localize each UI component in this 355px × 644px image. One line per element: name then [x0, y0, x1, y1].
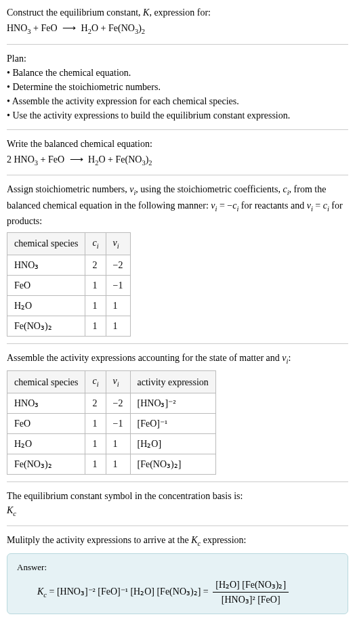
cell-species: HNO₃ [7, 255, 85, 275]
table-row: H₂O 1 1 [7, 295, 131, 316]
problem-statement: Construct the equilibrium constant, K, e… [7, 5, 348, 37]
eq-feno32: O + Fe(NO3)2 [91, 23, 145, 33]
col-species: chemical species [7, 233, 85, 255]
cell-c: 1 [85, 413, 106, 433]
table-row: HNO₃ 2 −2 [7, 255, 131, 275]
multiply-section: Mulitply the activity expressions to arr… [7, 533, 348, 614]
cell-nu: 1 [106, 454, 130, 474]
unbalanced-equation: HNO3 + FeO ⟶ H2O + Fe(NO3)2 [7, 21, 348, 37]
title-k: K [143, 7, 149, 18]
divider [7, 343, 348, 344]
cell-c: 2 [85, 255, 106, 275]
multiply-text: Mulitply the activity expressions to arr… [7, 533, 348, 549]
eq-feo: + FeO [31, 23, 58, 33]
cell-activity: [Fe(NO₃)₂] [130, 454, 215, 474]
cell-nu: 1 [106, 295, 130, 316]
title-text-2: , expression for: [149, 7, 211, 18]
cell-species: FeO [7, 275, 85, 295]
table-row: HNO₃ 2 −2 [HNO₃]⁻² [7, 393, 216, 413]
cell-nu: −2 [106, 393, 130, 413]
cell-nu: 1 [106, 316, 130, 336]
divider [7, 44, 348, 45]
plan-bullet-3: • Assemble the activity expression for e… [7, 94, 348, 108]
cell-nu: −1 [106, 275, 130, 295]
cell-species: FeO [7, 413, 85, 433]
col-activity: activity expression [130, 371, 215, 393]
answer-label: Answer: [17, 561, 338, 574]
table-header-row: chemical species ci νi [7, 233, 131, 255]
answer-expr: = [HNO₃]⁻² [FeO]⁻¹ [H₂O] [Fe(NO₃)₂] = [47, 586, 211, 597]
table-row: FeO 1 −1 [7, 275, 131, 295]
cell-c: 1 [85, 316, 106, 336]
cell-species: H₂O [7, 295, 85, 316]
activity-table: chemical species ci νi activity expressi… [7, 370, 216, 475]
plan-heading: Plan: [7, 51, 348, 66]
plan-section: Plan: • Balance the chemical equation. •… [7, 51, 348, 123]
cell-c: 2 [85, 393, 106, 413]
cell-nu: 1 [106, 433, 130, 454]
bal-feo: + FeO [38, 154, 64, 165]
cell-activity: [HNO₃]⁻² [130, 393, 215, 413]
cell-species: Fe(NO₃)₂ [7, 454, 85, 474]
divider [7, 175, 348, 175]
cell-species: HNO₃ [7, 393, 85, 413]
cell-c: 1 [85, 454, 106, 474]
kc-symbol: Kc [7, 503, 348, 519]
cell-nu: −2 [106, 255, 130, 275]
bal-hno3: 2 HNO3 [7, 154, 38, 165]
eq-hno3: HNO3 [7, 23, 31, 33]
col-nui: νi [106, 371, 130, 393]
plan-bullet-1: • Balance the chemical equation. [7, 66, 348, 80]
table-row: H₂O 1 1 [H₂O] [7, 433, 216, 454]
table-row: Fe(NO₃)₂ 1 1 [Fe(NO₃)₂] [7, 454, 216, 474]
assign-text: Assign stoichiometric numbers, νi, using… [7, 182, 348, 228]
answer-fraction: [H₂O] [Fe(NO₃)₂] [HNO₃]² [FeO] [213, 578, 289, 607]
divider [7, 525, 348, 526]
answer-box: Answer: Kc = [HNO₃]⁻² [FeO]⁻¹ [H₂O] [Fe(… [7, 553, 348, 615]
cell-species: Fe(NO₃)₂ [7, 316, 85, 336]
cell-c: 1 [85, 275, 106, 295]
cell-c: 1 [85, 433, 106, 454]
eq-h2o: H2 [81, 23, 91, 33]
table-row: FeO 1 −1 [FeO]⁻¹ [7, 413, 216, 433]
fraction-numerator: [H₂O] [Fe(NO₃)₂] [213, 578, 289, 593]
cell-activity: [FeO]⁻¹ [130, 413, 215, 433]
answer-equation: Kc = [HNO₃]⁻² [FeO]⁻¹ [H₂O] [Fe(NO₃)₂] =… [17, 578, 338, 607]
answer-kc: Kc [37, 586, 47, 597]
title-text-1: Construct the equilibrium constant, [7, 7, 143, 18]
assign-section: Assign stoichiometric numbers, νi, using… [7, 182, 348, 337]
col-ci: ci [85, 371, 106, 393]
stoichiometry-table: chemical species ci νi HNO₃ 2 −2 FeO 1 −… [7, 232, 131, 337]
col-ci: ci [85, 233, 106, 255]
balanced-section: Write the balanced chemical equation: 2 … [7, 137, 348, 169]
table-row: Fe(NO₃)₂ 1 1 [7, 316, 131, 336]
balanced-heading: Write the balanced chemical equation: [7, 137, 348, 151]
col-nui: νi [106, 233, 130, 255]
problem-title-line: Construct the equilibrium constant, K, e… [7, 5, 348, 20]
cell-c: 1 [85, 295, 106, 316]
kc-symbol-text: The equilibrium constant symbol in the c… [7, 489, 348, 503]
divider [7, 481, 348, 482]
cell-activity: [H₂O] [130, 433, 215, 454]
divider [7, 129, 348, 130]
fraction-denominator: [HNO₃]² [FeO] [213, 593, 289, 607]
assemble-section: Assemble the activity expressions accoun… [7, 351, 348, 475]
col-species: chemical species [7, 371, 85, 393]
kc-symbol-section: The equilibrium constant symbol in the c… [7, 489, 348, 519]
plan-bullet-2: • Determine the stoichiometric numbers. [7, 80, 348, 94]
plan-bullet-4: • Use the activity expressions to build … [7, 108, 348, 123]
table-header-row: chemical species ci νi activity expressi… [7, 371, 216, 393]
reaction-arrow: ⟶ [60, 21, 79, 35]
bal-feno32: O + Fe(NO3)2 [98, 154, 152, 165]
assemble-text: Assemble the activity expressions accoun… [7, 351, 348, 367]
cell-species: H₂O [7, 433, 85, 454]
balanced-equation: 2 HNO3 + FeO ⟶ H2O + Fe(NO3)2 [7, 152, 348, 169]
bal-h2o: H2 [88, 154, 98, 165]
reaction-arrow: ⟶ [67, 152, 86, 167]
cell-nu: −1 [106, 413, 130, 433]
